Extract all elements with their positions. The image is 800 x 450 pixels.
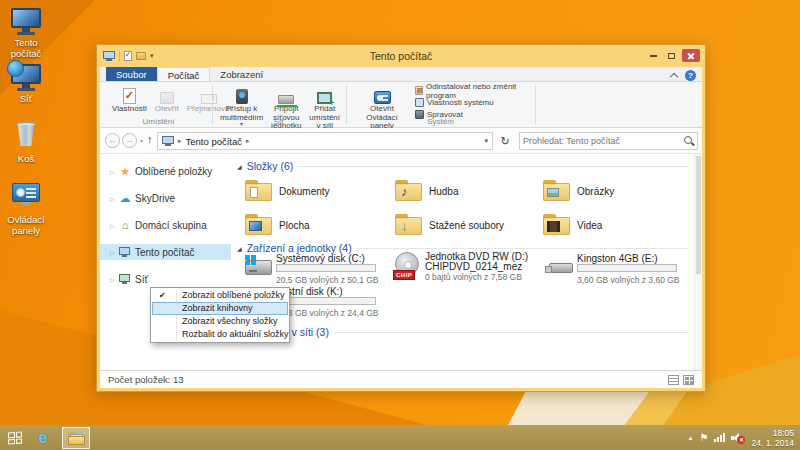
checkmark-icon: ✔ xyxy=(159,289,166,302)
taskbar-item-internet-explorer[interactable]: e xyxy=(30,425,56,450)
minimize-button[interactable] xyxy=(646,49,661,62)
ribbon-group-sit: Přístup k multimédiím ▾ Připojit síťovou… xyxy=(215,82,343,127)
sidebar-item-homegroup[interactable]: ▷ ⌂ Domácí skupina xyxy=(100,217,231,233)
desktop-icon-label: Ovládací panely xyxy=(0,215,52,236)
recent-locations-icon[interactable]: ▾ xyxy=(140,137,143,144)
taskbar-item-file-explorer-active[interactable] xyxy=(62,427,90,449)
breadcrumb-item[interactable]: Tento počítač xyxy=(186,136,243,147)
close-button[interactable] xyxy=(682,49,700,62)
chevron-right-icon: ▸ xyxy=(246,137,250,145)
desktop-icon-network[interactable]: Síť xyxy=(0,62,52,105)
folder-item-downloads[interactable]: ↓ Stažené soubory xyxy=(395,212,543,240)
uninstall-program-button[interactable]: Odinstalovat nebo změnit program xyxy=(415,85,532,96)
folder-item-desktop[interactable]: Plocha xyxy=(245,212,393,240)
hidden-icons-chevron-icon[interactable]: ▲ xyxy=(688,435,694,441)
breadcrumb[interactable]: ▸ Tento počítač ▸ ▾ xyxy=(157,132,493,150)
folder-item-music[interactable]: ♪ Hudba xyxy=(395,178,543,206)
section-header-network-locations[interactable]: ◢ Umístění v síti (3) xyxy=(237,326,688,338)
volume-muted-icon[interactable]: ✕ xyxy=(731,432,745,444)
expander-icon[interactable]: ▷ xyxy=(106,195,118,202)
collapse-section-icon[interactable]: ◢ xyxy=(237,245,242,252)
tab-zobrazeni[interactable]: Zobrazení xyxy=(210,67,273,81)
status-bar: Počet položek: 13 xyxy=(100,370,702,388)
network-icon xyxy=(9,62,43,92)
desktop-icon-label: Koš xyxy=(0,154,52,165)
help-icon[interactable]: ? xyxy=(685,70,696,81)
collapse-section-icon[interactable]: ◢ xyxy=(237,163,242,170)
maximize-button[interactable] xyxy=(664,49,679,62)
collapse-ribbon-icon[interactable] xyxy=(670,72,678,80)
expander-icon[interactable]: ▷ xyxy=(106,249,118,256)
network-signal-icon[interactable] xyxy=(714,433,725,442)
vertical-scrollbar[interactable] xyxy=(694,154,702,370)
sidebar-item-label: Síť xyxy=(135,274,148,285)
section-header-folders[interactable]: ◢ Složky (6) xyxy=(237,160,688,172)
tray-date: 24. 1. 2014 xyxy=(751,438,794,448)
ribbon-group-label: Síť xyxy=(215,117,343,126)
up-button[interactable]: ↑ xyxy=(147,133,153,145)
tab-soubor[interactable]: Soubor xyxy=(106,67,157,81)
desktop-icon-this-pc[interactable]: Tento počítač xyxy=(0,6,52,59)
menu-item-expand-to-current-folder[interactable]: Rozbalit do aktuální složky xyxy=(152,328,288,341)
details-view-icon[interactable] xyxy=(668,375,679,385)
divider xyxy=(212,85,213,124)
title-bar[interactable]: ▾ Tento počítač xyxy=(97,45,705,67)
desktop-icon-control-panel[interactable]: Ovládací panely xyxy=(0,180,52,236)
desktop-icon-recycle-bin[interactable]: Koš xyxy=(0,120,52,165)
sidebar-item-network[interactable]: ▷ Síť xyxy=(100,271,231,287)
scrollbar-thumb[interactable] xyxy=(696,156,701,274)
tray-clock[interactable]: 18:05 24. 1. 2014 xyxy=(751,428,796,448)
star-icon: ★ xyxy=(118,166,132,177)
menu-item-show-all-folders[interactable]: Zobrazit všechny složky xyxy=(152,315,288,328)
sidebar-item-this-pc[interactable]: ▷ Tento počítač xyxy=(100,244,231,260)
drive-item-dvd-d[interactable]: CHIP Jednotka DVD RW (D:) CHIPDVD_0214_m… xyxy=(395,251,543,285)
menu-item-show-favorites[interactable]: ✔ Zobrazit oblíbené položky xyxy=(152,289,288,302)
menu-item-show-libraries[interactable]: Zobrazit knihovny xyxy=(152,302,288,315)
search-icon xyxy=(684,136,694,146)
system-properties-button[interactable]: Vlastnosti systému xyxy=(415,97,532,108)
forward-button[interactable]: → xyxy=(122,133,137,148)
divider xyxy=(346,85,347,124)
control-panel-icon xyxy=(374,86,391,104)
drive-item-system-disk-c[interactable]: Systémový disk (C:) 20,5 GB volných z 50… xyxy=(245,253,393,285)
taskbar: e ▲ ⚑ ✕ 18:05 24. 1. 2014 xyxy=(0,425,800,450)
uninstall-icon xyxy=(415,86,423,95)
search-box[interactable] xyxy=(519,132,698,150)
tab-pocitac[interactable]: Počítač xyxy=(157,67,211,81)
folder-item-videos[interactable]: Videa xyxy=(543,212,691,240)
system-tray: ▲ ⚑ ✕ 18:05 24. 1. 2014 xyxy=(688,425,796,450)
thumbnails-view-icon[interactable] xyxy=(683,375,694,385)
folder-item-pictures[interactable]: Obrázky xyxy=(543,178,691,206)
search-input[interactable] xyxy=(523,136,684,146)
new-folder-icon[interactable] xyxy=(136,52,146,60)
chevron-down-icon[interactable]: ▾ xyxy=(150,52,154,60)
properties-button[interactable]: Vlastnosti xyxy=(109,85,150,115)
drive-item-kingston-e[interactable]: Kingston 4GB (E:) 3,60 GB volných z 3,60… xyxy=(543,253,693,285)
sidebar-item-skydrive[interactable]: ▷ ☁ SkyDrive xyxy=(100,190,231,206)
chevron-down-icon[interactable]: ▾ xyxy=(484,137,488,145)
folder-label: Dokumenty xyxy=(279,186,330,197)
drive-info: 0 bajtů volných z 7,58 GB xyxy=(425,272,522,282)
chip-badge: CHIP xyxy=(393,270,415,280)
capacity-bar xyxy=(276,297,376,305)
window-system-icon[interactable] xyxy=(103,51,115,61)
sidebar-item-label: Tento počítač xyxy=(135,247,194,258)
folder-label: Obrázky xyxy=(577,186,614,197)
sidebar-item-favorites[interactable]: ▷ ★ Oblíbené položky xyxy=(100,163,231,179)
back-button[interactable]: ← xyxy=(105,133,120,148)
action-center-flag-icon[interactable]: ⚑ xyxy=(699,432,708,443)
folder-icon: ↓ xyxy=(395,214,422,235)
refresh-icon[interactable]: ↻ xyxy=(497,132,513,150)
expander-icon[interactable]: ▷ xyxy=(106,222,118,229)
drive-info: 14,3 GB volných z 24,4 GB xyxy=(276,308,379,318)
folder-label: Plocha xyxy=(279,220,310,231)
expander-icon[interactable]: ▷ xyxy=(106,168,118,175)
folder-item-documents[interactable]: Dokumenty xyxy=(245,178,393,206)
expander-icon[interactable]: ▷ xyxy=(106,276,118,283)
sidebar-item-label: Oblíbené položky xyxy=(135,166,212,177)
start-button[interactable] xyxy=(0,425,30,450)
open-button[interactable]: Otevřít xyxy=(152,85,182,115)
map-drive-icon xyxy=(278,86,294,104)
properties-icon[interactable] xyxy=(124,51,132,61)
ribbon-tab-row: Soubor Počítač Zobrazení ? xyxy=(100,67,702,82)
